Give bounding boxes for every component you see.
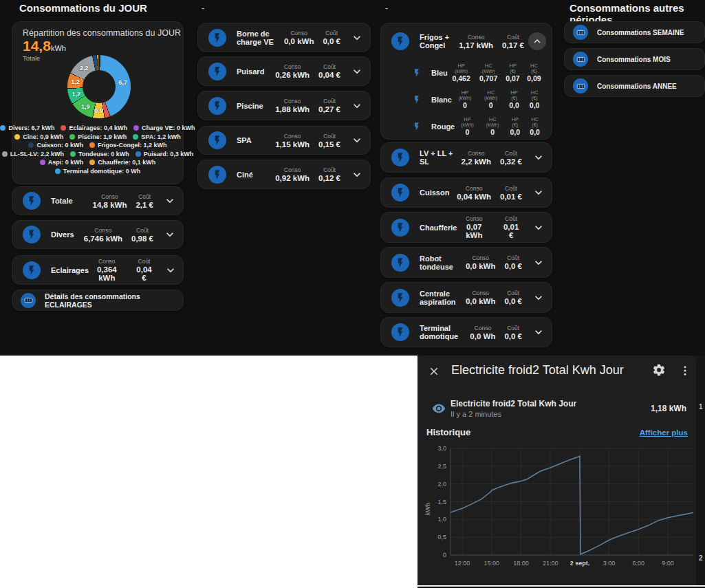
chevron-down-icon[interactable] <box>349 30 365 45</box>
card-frigos-congel[interactable]: Frigos + Congel Conso1,17 kWh Coût0,17 €… <box>380 23 552 140</box>
flash-icon <box>208 97 226 115</box>
chevron-down-icon[interactable] <box>349 64 365 79</box>
cout-stat: Coût2,1 € <box>135 193 153 209</box>
cout-value: 0,01 € <box>500 193 522 201</box>
conso-header: Conso <box>470 325 495 331</box>
hp-eur-stat: HP(€)0,0 <box>505 116 525 136</box>
column3-title: - <box>385 3 388 13</box>
chevron-down-icon[interactable] <box>162 193 177 208</box>
conso-header: Conso <box>457 185 491 192</box>
cout-header: Coût <box>134 258 155 265</box>
card-label: Cuisson <box>420 188 457 197</box>
hc-header: HC <box>475 63 502 69</box>
show-more-link[interactable]: Afficher plus <box>640 428 688 437</box>
card-puisard[interactable]: Puisard Conso0,26 kWh Coût0,04 € <box>197 56 371 86</box>
chevron-down-icon[interactable] <box>531 325 546 340</box>
chevron-down-icon[interactable] <box>163 263 177 278</box>
cout-header: Coût <box>318 63 340 70</box>
hc-eur-stat: HC(€)0,0 <box>525 116 545 136</box>
card-totale[interactable]: Totale Conso14,8 kWh Coût2,1 € <box>12 186 184 215</box>
card-terminal-domotique[interactable]: Terminal domotique Conso0,0 Wh Coût0,0 € <box>380 317 552 347</box>
legend-dot <box>61 125 66 131</box>
meter-icon <box>573 52 588 67</box>
card-cuisson[interactable]: Cuisson Conso0,04 kWh Coût0,01 € <box>380 177 552 208</box>
chevron-down-icon[interactable] <box>531 150 546 165</box>
svg-text:3,0: 3,0 <box>437 445 446 452</box>
hp-eur-value: 0,0 <box>505 128 525 136</box>
close-icon[interactable] <box>426 364 442 379</box>
cout-header: Coût <box>318 133 340 140</box>
conso-header: Conso <box>275 133 310 140</box>
chevron-down-icon[interactable] <box>349 167 365 182</box>
eur-subheader: (€) <box>523 69 545 74</box>
legend-label: LL-SL-LV: 2,2 kWh <box>10 151 64 157</box>
legend-label: Charge VE: 0 kWh <box>142 124 195 131</box>
hp-kwh-value: 0,462 <box>448 74 475 83</box>
legend-dot <box>135 151 141 157</box>
legend-item: Puisard: 0,3 kWh <box>135 151 194 157</box>
conso-value: 1,15 kWh <box>275 140 310 149</box>
card-label: Chaufferie <box>420 224 457 232</box>
kebab-menu-icon[interactable] <box>678 363 692 378</box>
cutoff-text-fragment: 1 <box>699 403 703 411</box>
page-title-day: Consommations du JOUR <box>19 2 147 14</box>
button-consommations-mois[interactable]: Consommations MOIS <box>564 48 705 70</box>
cout-value: 0,0 € <box>504 332 522 340</box>
conso-header: Conso <box>275 63 310 70</box>
gear-icon[interactable] <box>652 363 667 378</box>
hc-header: HC <box>524 89 545 96</box>
svg-text:15:00: 15:00 <box>484 560 500 567</box>
conso-value: 0,04 kWh <box>457 193 491 201</box>
card-divers[interactable]: Divers Conso6,746 kWh Coût0,98 € <box>12 220 184 249</box>
meter-icon <box>573 78 588 94</box>
chevron-down-icon[interactable] <box>349 133 365 148</box>
entity-name[interactable]: Electricite froid2 Total Kwh Jour <box>451 399 576 409</box>
hp-kwh-value: 0 <box>452 101 478 109</box>
flash-icon <box>391 219 409 237</box>
chevron-down-icon[interactable] <box>531 185 546 200</box>
card-eclairages[interactable]: Eclairages Conso0,364 kWh Coût0,04 € <box>12 255 184 285</box>
donut-slice-label: 1,9 <box>81 103 90 110</box>
hp-kwh-stat: HP(kWh)0,462 <box>448 63 475 83</box>
hc-kwh-value: 0,707 <box>475 74 502 83</box>
legend-item: Charge VE: 0 kWh <box>133 124 195 131</box>
hp-eur-stat: HP(€)0,07 <box>502 63 523 83</box>
hc-kwh-value: 0 <box>478 101 504 109</box>
button-consommations-semaine[interactable]: Consommations SEMAINE <box>564 21 705 43</box>
svg-text:18:00: 18:00 <box>513 560 529 567</box>
conso-value: 0,92 kWh <box>275 174 310 182</box>
cout-header: Coût <box>135 193 153 200</box>
flash-icon <box>208 63 226 80</box>
hp-kwh-stat: HP(kWh)0 <box>452 89 478 109</box>
chevron-down-icon[interactable] <box>162 227 177 242</box>
card-cine[interactable]: Ciné Conso0,92 kWh Coût0,12 € <box>197 160 371 189</box>
legend-item: Aspi: 0 kWh <box>40 159 84 166</box>
card-centrale-aspiration[interactable]: Centrale aspiration Conso0,0 kWh Coût0,0… <box>380 282 552 313</box>
hc-eur-stat: HC(€)0,0 <box>524 89 545 109</box>
flash-icon <box>391 289 409 307</box>
legend-dot <box>14 134 20 140</box>
legend-label: Piscine: 1,9 kWh <box>78 133 127 140</box>
chevron-down-icon[interactable] <box>531 220 546 235</box>
card-spa[interactable]: SPA Conso1,15 kWh Coût0,15 € <box>197 126 371 155</box>
details-eclairages-button[interactable]: Détails des consommations ECLAIRAGES <box>12 290 184 311</box>
eur-subheader: (€) <box>525 122 545 127</box>
chevron-down-icon[interactable] <box>349 98 365 113</box>
chevron-up-icon[interactable] <box>528 32 546 50</box>
conso-stat: Conso0,0 kWh <box>466 290 495 305</box>
flash-icon <box>23 192 41 210</box>
button-consommations-annee[interactable]: Consommations ANNEE <box>564 75 705 97</box>
chevron-down-icon[interactable] <box>531 290 546 305</box>
chevron-down-icon[interactable] <box>531 255 546 270</box>
card-borne-de-charge-ve[interactable]: Borne de charge VE Conso0,0 kWh Coût0,0 … <box>197 23 371 52</box>
card-robot-tondeuse[interactable]: Robot tondeuse Conso0,0 kWh Coût0,0 € <box>380 247 552 278</box>
card-piscine[interactable]: Piscine Conso1,88 kWh Coût0,27 € <box>197 91 371 120</box>
legend-label: Eclairages: 0,4 kWh <box>69 124 127 131</box>
card-lv-ll-sl[interactable]: LV + LL + SL Conso2,2 kWh Coût0,32 € <box>380 142 552 173</box>
legend-dot <box>40 160 45 165</box>
hc-eur-value: 0,09 <box>523 74 545 83</box>
dialog-region: Electricite froid2 Total Kwh Jour Electr… <box>417 356 705 588</box>
card-chaufferie[interactable]: Chaufferie Conso0,07 kWh Coût0,01 € <box>380 212 552 243</box>
legend-item: Piscine: 1,9 kWh <box>69 133 127 140</box>
card-label: Piscine <box>237 102 275 110</box>
